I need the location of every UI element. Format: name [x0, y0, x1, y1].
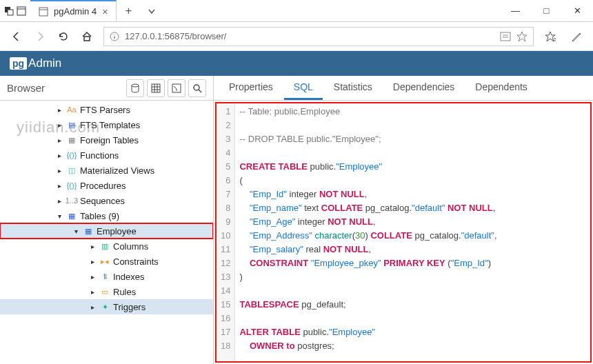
- tree-item-icon: ▦: [66, 134, 77, 145]
- chevron-right-icon[interactable]: ▸: [55, 106, 63, 114]
- browser-panel: Browser yiidian.com ▸AaFTS Parsers▸▤FTS …: [0, 76, 214, 364]
- refresh-button[interactable]: [57, 30, 70, 43]
- token: 30: [355, 230, 365, 241]
- line-number: 11: [221, 243, 230, 256]
- forward-button[interactable]: [33, 30, 47, 43]
- chevron-right-icon[interactable]: ▸: [88, 288, 97, 296]
- code-line[interactable]: "Emp_Id" integer NOT NULL,: [239, 188, 496, 201]
- window-minimize-button[interactable]: —: [500, 0, 531, 21]
- object-tree[interactable]: yiidian.com ▸AaFTS Parsers▸▤FTS Template…: [0, 101, 213, 364]
- svg-rect-10: [501, 32, 510, 41]
- tree-item[interactable]: ▸▤FTS Templates: [0, 117, 213, 132]
- notes-icon[interactable]: [570, 30, 583, 43]
- code-line[interactable]: CREATE TABLE public."Employee": [239, 160, 496, 174]
- tree-item[interactable]: ▸1..3Sequences: [0, 193, 213, 208]
- token: [239, 203, 249, 213]
- tree-item-label: Procedures: [80, 181, 125, 191]
- line-number: 7: [221, 188, 230, 201]
- chevron-right-icon[interactable]: ▸: [88, 243, 97, 250]
- tab-dependencies[interactable]: Dependencies: [383, 76, 465, 100]
- code-line[interactable]: "Emp_name" text COLLATE pg_catalog."defa…: [239, 201, 496, 215]
- code-line[interactable]: ): [239, 270, 496, 284]
- token: NOT NULL: [323, 244, 369, 254]
- url-text: 127.0.0.1:56875/browser/: [125, 31, 226, 41]
- tree-item-label: FTS Parsers: [80, 105, 130, 115]
- browser-tab[interactable]: pgAdmin 4 ×: [30, 0, 117, 21]
- tree-item[interactable]: ▸▥Columns: [0, 239, 213, 254]
- db-icon[interactable]: [126, 79, 144, 97]
- home-button[interactable]: [80, 30, 94, 43]
- tree-item-label: Sequences: [80, 196, 125, 206]
- tree-item[interactable]: ▸{()}Functions: [0, 148, 213, 163]
- chevron-right-icon[interactable]: ▸: [55, 152, 63, 159]
- tab-statistics[interactable]: Statistics: [324, 76, 382, 100]
- window-close-button[interactable]: ✕: [562, 0, 593, 21]
- favorites-icon[interactable]: [543, 30, 557, 43]
- code-line[interactable]: (: [239, 174, 496, 188]
- token: "default": [412, 203, 445, 213]
- tree-item[interactable]: ▸{()}Procedures: [0, 178, 213, 193]
- code-line[interactable]: [239, 146, 496, 160]
- chevron-right-icon[interactable]: ▸: [88, 258, 97, 265]
- tab-properties[interactable]: Properties: [219, 76, 283, 100]
- chevron-down-icon[interactable]: ▾: [72, 228, 80, 235]
- sql-code[interactable]: -- Table: public.Employee -- DROP TABLE …: [235, 103, 501, 361]
- tree-item[interactable]: ▸◫Materialized Views: [0, 163, 213, 178]
- back-button[interactable]: [10, 30, 23, 43]
- tree-item[interactable]: ▸✦Triggers: [0, 299, 213, 314]
- token: [239, 258, 249, 268]
- tree-item[interactable]: ▸▸◂Constraints: [0, 254, 213, 269]
- window-maximize-button[interactable]: □: [531, 0, 562, 21]
- line-number: 14: [221, 284, 230, 298]
- code-line[interactable]: ALTER TABLE public."Employee": [239, 325, 496, 339]
- code-line[interactable]: CONSTRAINT "Employee_pkey" PRIMARY KEY (…: [239, 256, 496, 270]
- code-line[interactable]: -- DROP TABLE public."Employee";: [239, 132, 496, 146]
- address-bar[interactable]: 127.0.0.1:56875/browser/: [103, 27, 534, 46]
- info-icon[interactable]: [110, 32, 119, 41]
- code-line[interactable]: OWNER to postgres;: [239, 339, 496, 353]
- chevron-right-icon[interactable]: ▸: [88, 273, 97, 281]
- new-tab-button[interactable]: +: [117, 0, 140, 21]
- chevron-right-icon[interactable]: ▸: [55, 197, 63, 205]
- star-icon[interactable]: [516, 31, 527, 42]
- browser-panel-buttons: [126, 79, 206, 97]
- token: ,: [493, 203, 496, 213]
- code-line[interactable]: TABLESPACE pg_default;: [239, 298, 496, 312]
- reader-icon[interactable]: [500, 31, 511, 42]
- token: CONSTRAINT: [250, 258, 308, 268]
- code-line[interactable]: [239, 284, 496, 298]
- chevron-right-icon[interactable]: ▸: [55, 167, 63, 174]
- sql-editor[interactable]: 123456789101112131415161718 -- Table: pu…: [215, 102, 592, 363]
- token: pg_default;: [299, 299, 346, 310]
- chevron-right-icon[interactable]: ▸: [55, 121, 63, 129]
- token: (: [445, 258, 451, 268]
- tree-item[interactable]: ▸▭Rules: [0, 284, 213, 299]
- tree-item[interactable]: ▸AaFTS Parsers: [0, 102, 213, 117]
- code-line[interactable]: "Emp_Address" character(30) COLLATE pg_c…: [239, 229, 496, 243]
- tab-sql[interactable]: SQL: [284, 76, 323, 100]
- code-line[interactable]: "Emp_Age" integer NOT NULL,: [239, 215, 496, 229]
- tree-item[interactable]: ▾▦Employee: [0, 223, 213, 239]
- tree-item[interactable]: ▸▦Foreign Tables: [0, 132, 213, 148]
- filter-icon[interactable]: [168, 79, 185, 97]
- tree-item-icon: ⥮: [99, 271, 110, 282]
- tree-item-icon: Aa: [66, 104, 77, 115]
- chevron-down-icon[interactable]: ▾: [55, 212, 63, 220]
- code-line[interactable]: [239, 119, 496, 132]
- chevron-right-icon[interactable]: ▸: [55, 136, 63, 144]
- chevron-right-icon[interactable]: ▸: [88, 303, 97, 311]
- tree-item[interactable]: ▸⥮Indexes: [0, 269, 213, 284]
- window-icon[interactable]: [17, 6, 26, 16]
- close-tab-icon[interactable]: ×: [102, 6, 108, 17]
- code-line[interactable]: [239, 312, 496, 325]
- code-line[interactable]: -- Table: public.Employee: [239, 105, 496, 119]
- grid-icon[interactable]: [147, 79, 165, 97]
- tree-item[interactable]: ▾▦Tables (9): [0, 208, 213, 223]
- token: character: [314, 230, 352, 241]
- cascade-icon[interactable]: [4, 6, 14, 16]
- chevron-right-icon[interactable]: ▸: [55, 182, 63, 190]
- code-line[interactable]: "Emp_salary" real NOT NULL,: [239, 243, 496, 256]
- search-icon[interactable]: [188, 79, 206, 97]
- tabs-overflow-button[interactable]: [140, 0, 163, 21]
- tab-dependents[interactable]: Dependents: [465, 76, 537, 100]
